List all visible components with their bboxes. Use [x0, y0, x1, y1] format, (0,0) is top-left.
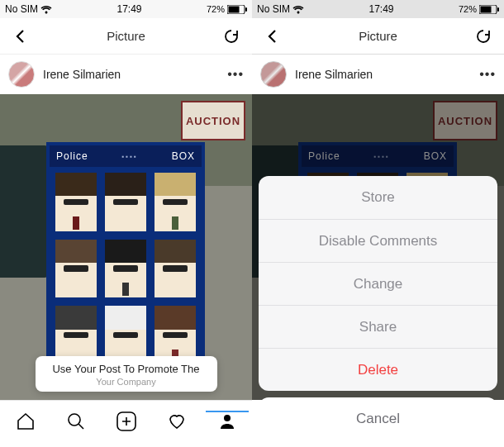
tab-bar	[0, 400, 252, 441]
phone-left: No SIM 17:49 72% Picture Irene Silmarien…	[0, 0, 252, 447]
status-bar: No SIM 17:49 72%	[252, 0, 504, 18]
nav-header: Picture	[0, 18, 252, 55]
action-sheet: Store Disable Comments Change Share Dele…	[259, 176, 497, 391]
page-title: Picture	[107, 29, 145, 43]
svg-point-5	[224, 415, 231, 421]
promote-title: Use Your Post To Promote The	[47, 363, 206, 375]
username: Irene Silmarien	[295, 68, 471, 81]
promote-subtitle: Your Company	[47, 377, 206, 387]
post-header: Irene Silmarien •••	[0, 55, 252, 94]
back-button[interactable]	[260, 29, 285, 44]
status-bar: No SIM 17:49 72%	[0, 0, 252, 18]
action-sheet-overlay[interactable]: Store Disable Comments Change Share Dele…	[252, 94, 504, 447]
page-title: Picture	[359, 29, 397, 43]
wifi-icon	[292, 5, 304, 14]
svg-rect-7	[480, 6, 491, 12]
back-button[interactable]	[8, 29, 33, 44]
tab-new-post[interactable]	[110, 411, 143, 432]
carrier-text: No SIM	[257, 3, 290, 15]
box-label: BOX	[172, 150, 195, 162]
post-options-button: •••	[479, 67, 496, 82]
nav-header: Picture	[252, 18, 504, 55]
clock-text: 17:49	[368, 3, 393, 15]
action-change[interactable]: Change	[259, 262, 497, 305]
svg-rect-8	[497, 7, 499, 12]
battery-pct: 72%	[207, 4, 225, 14]
action-cancel[interactable]: Cancel	[259, 397, 497, 440]
avatar	[260, 61, 287, 88]
post-header: Irene Silmarien •••	[252, 55, 504, 94]
svg-point-3	[69, 414, 80, 426]
reload-button[interactable]	[219, 28, 244, 45]
action-store[interactable]: Store	[259, 176, 497, 219]
reload-button[interactable]	[471, 28, 496, 45]
battery-pct: 72%	[459, 4, 477, 14]
carrier-text: No SIM	[5, 3, 38, 15]
action-delete[interactable]: Delete	[259, 348, 497, 391]
action-share[interactable]: Share	[259, 305, 497, 348]
clock-text: 17:49	[116, 3, 141, 15]
promote-tooltip[interactable]: Use Your Post To Promote The Your Compan…	[36, 356, 217, 392]
tab-search[interactable]	[59, 411, 93, 431]
battery-icon	[227, 5, 247, 14]
phone-right: No SIM 17:49 72% Picture Irene Silmarien…	[252, 0, 504, 447]
post-options-button[interactable]: •••	[227, 67, 244, 82]
police-label: Police	[56, 150, 88, 162]
action-disable-comments[interactable]: Disable Comments	[259, 219, 497, 262]
username[interactable]: Irene Silmarien	[43, 68, 219, 81]
tab-home[interactable]	[9, 411, 42, 431]
svg-rect-1	[228, 6, 239, 12]
tab-profile[interactable]	[211, 411, 244, 431]
tab-activity[interactable]	[160, 411, 193, 431]
avatar[interactable]	[8, 61, 35, 88]
blanket: Police ▪▪▪▪ BOX	[46, 142, 205, 373]
wifi-icon	[40, 5, 52, 14]
post-image[interactable]: AUCTION Police ▪▪▪▪ BOX Use Your Post To…	[0, 94, 252, 400]
battery-icon	[479, 5, 499, 14]
auction-sign: AUCTION	[181, 101, 245, 140]
svg-rect-2	[245, 7, 247, 12]
